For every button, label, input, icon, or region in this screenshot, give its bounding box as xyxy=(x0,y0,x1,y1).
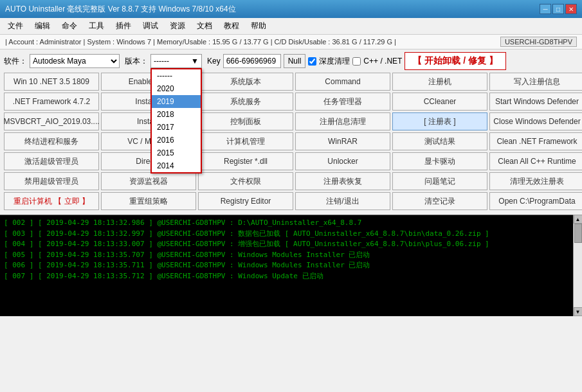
button-row4-3[interactable]: WinRAR xyxy=(295,132,390,150)
button-row2-3[interactable]: 任务管理器 xyxy=(295,93,390,111)
menu-item-调试[interactable]: 调试 xyxy=(138,19,163,33)
button-row4-0[interactable]: 终结进程和服务 xyxy=(4,132,99,150)
button-row6-0[interactable]: 禁用超级管理员 xyxy=(4,172,99,190)
button-row2-5[interactable]: Start Windows Defender xyxy=(489,93,582,111)
menu-item-工具[interactable]: 工具 xyxy=(84,19,109,33)
button-row7-2[interactable]: Registry Editor xyxy=(198,192,293,210)
menu-item-编辑[interactable]: 编辑 xyxy=(30,19,55,33)
dropdown-arrow-icon: ▼ xyxy=(191,57,199,66)
button-row7-5[interactable]: Open C:\ProgramData xyxy=(489,192,582,210)
button-row1-2[interactable]: 系统版本 xyxy=(198,73,293,91)
button-row3-4[interactable]: [ 注册表 ] xyxy=(392,112,487,130)
version-selected: ------ xyxy=(154,57,169,66)
version-option-2015[interactable]: 2015 xyxy=(152,147,201,159)
version-option-2014[interactable]: 2014 xyxy=(152,159,201,172)
window-controls: ─ □ ✕ xyxy=(540,4,577,14)
button-grid: Win 10 .NET 3.5 1809Enable .N...系统版本Comm… xyxy=(4,73,578,210)
log-line: [ 002 ] [ 2019-04-29 18:13:32.986 ] @USE… xyxy=(4,218,569,229)
version-dropdown-container: ------ ▼ ------ 2020 2019 2018 2017 2016… xyxy=(150,54,202,68)
title-bar: AUTO Uninstaller 毫线完整版 Ver 8.8.7 支持 Wind… xyxy=(0,0,582,18)
button-row3-0[interactable]: MSVBCRT_AIO_2019.03.... xyxy=(4,112,99,130)
version-option-blank[interactable]: ------ xyxy=(152,69,201,82)
button-row2-4[interactable]: CCleaner xyxy=(392,93,487,111)
close-button[interactable]: ✕ xyxy=(565,4,577,14)
button-row5: 激活超级管理员DirectXRegister *.dllUnlocker显卡驱动… xyxy=(4,152,578,170)
scroll-track xyxy=(574,224,582,307)
button-row6-1[interactable]: 资源监视器 xyxy=(101,172,196,190)
button-row5-4[interactable]: 显卡驱动 xyxy=(392,152,487,170)
start-uninstall-button[interactable]: 【 开始卸载 / 修复 】 xyxy=(405,52,505,70)
version-option-2016[interactable]: 2016 xyxy=(152,134,201,147)
button-row4-5[interactable]: Clean .NET Framework xyxy=(489,132,582,150)
button-row5-0[interactable]: 激活超级管理员 xyxy=(4,152,99,170)
log-section: [ 002 ] [ 2019-04-29 18:13:32.986 ] @USE… xyxy=(0,215,582,316)
menu-item-插件[interactable]: 插件 xyxy=(111,19,136,33)
button-row1: Win 10 .NET 3.5 1809Enable .N...系统版本Comm… xyxy=(4,73,578,91)
button-row7-3[interactable]: 注销/退出 xyxy=(295,192,390,210)
key-label: Key xyxy=(207,57,221,66)
button-row4-4[interactable]: 测试结果 xyxy=(392,132,487,150)
version-option-2017[interactable]: 2017 xyxy=(152,121,201,134)
maximize-button[interactable]: □ xyxy=(552,4,564,14)
button-row4: 终结进程和服务VC / MS A...计算机管理WinRAR测试结果Clean … xyxy=(4,132,578,150)
menu-item-资源[interactable]: 资源 xyxy=(165,19,190,33)
menu-bar: 文件编辑命令工具插件调试资源文档教程帮助 xyxy=(0,18,582,35)
log-scrollbar[interactable]: ▲ ▼ xyxy=(573,215,582,316)
button-row6-4[interactable]: 问题笔记 xyxy=(392,172,487,190)
button-row5-3[interactable]: Unlocker xyxy=(295,152,390,170)
version-option-2018[interactable]: 2018 xyxy=(152,108,201,121)
button-row3: MSVBCRT_AIO_2019.03....Insta...控制面板注册信息清… xyxy=(4,112,578,130)
version-dropdown-btn[interactable]: ------ ▼ xyxy=(150,54,202,68)
button-row2-0[interactable]: .NET Framework 4.7.2 xyxy=(4,93,99,111)
button-row7-1[interactable]: 重置组策略 xyxy=(101,192,196,210)
title-text: AUTO Uninstaller 毫线完整版 Ver 8.8.7 支持 Wind… xyxy=(5,4,236,15)
scroll-down-btn[interactable]: ▼ xyxy=(574,307,583,316)
button-row6: 禁用超级管理员资源监视器文件权限注册表恢复问题笔记清理无效注册表 xyxy=(4,172,578,190)
button-row1-3[interactable]: Command xyxy=(295,73,390,91)
button-row5-2[interactable]: Register *.dll xyxy=(198,152,293,170)
null-button[interactable]: Null xyxy=(284,54,306,68)
button-row3-5[interactable]: Close Windows Defender xyxy=(489,112,582,130)
button-row3-2[interactable]: 控制面板 xyxy=(198,112,293,130)
menu-item-命令[interactable]: 命令 xyxy=(57,19,82,33)
menu-item-帮助[interactable]: 帮助 xyxy=(246,19,271,33)
button-row2-2[interactable]: 系统服务 xyxy=(198,93,293,111)
cpp-net-checkbox[interactable] xyxy=(352,57,361,66)
button-row4-2[interactable]: 计算机管理 xyxy=(198,132,293,150)
key-input[interactable] xyxy=(223,54,281,68)
menu-item-文件[interactable]: 文件 xyxy=(3,19,28,33)
version-option-2020[interactable]: 2020 xyxy=(152,82,201,95)
version-dropdown-popup: ------ 2020 2019 2018 2017 2016 2015 201… xyxy=(150,68,202,174)
software-row: 软件： Autodesk Maya 版本： ------ ▼ ------ 20… xyxy=(4,52,578,70)
deep-clean-area: 深度清理 C++ / .NET xyxy=(308,56,402,67)
button-row1-5[interactable]: 写入注册信息 xyxy=(489,73,582,91)
button-row6-5[interactable]: 清理无效注册表 xyxy=(489,172,582,190)
scroll-thumb[interactable] xyxy=(574,224,582,243)
button-row1-0[interactable]: Win 10 .NET 3.5 1809 xyxy=(4,73,99,91)
computer-name: USERCHI-GD8THPV xyxy=(500,37,577,47)
button-row7-4[interactable]: 清空记录 xyxy=(392,192,487,210)
menu-item-文档[interactable]: 文档 xyxy=(192,19,217,33)
version-option-2019[interactable]: 2019 xyxy=(152,95,201,108)
button-row3-3[interactable]: 注册信息清理 xyxy=(295,112,390,130)
button-row5-5[interactable]: Clean All C++ Runtime xyxy=(489,152,582,170)
minimize-button[interactable]: ─ xyxy=(540,4,551,14)
deep-clean-label: 深度清理 xyxy=(319,56,350,67)
button-row7-0[interactable]: 重启计算机 【 立即 】 xyxy=(4,192,99,210)
button-row6-3[interactable]: 注册表恢复 xyxy=(295,172,390,190)
software-select[interactable]: Autodesk Maya xyxy=(30,54,120,68)
software-label: 软件： xyxy=(4,56,27,67)
log-line: [ 005 ] [ 2019-04-29 18:13:35.707 ] @USE… xyxy=(4,250,569,261)
button-row2: .NET Framework 4.7.2Install...系统服务任务管理器C… xyxy=(4,93,578,111)
main-content: 软件： Autodesk Maya 版本： ------ ▼ ------ 20… xyxy=(0,49,582,215)
scroll-up-btn[interactable]: ▲ xyxy=(574,215,583,224)
log-line: [ 004 ] [ 2019-04-29 18:13:33.007 ] @USE… xyxy=(4,239,569,250)
log-area: [ 002 ] [ 2019-04-29 18:13:32.986 ] @USE… xyxy=(0,215,573,316)
menu-item-教程[interactable]: 教程 xyxy=(219,19,244,33)
log-line: [ 006 ] [ 2019-04-29 18:13:35.711 ] @USE… xyxy=(4,260,569,271)
system-info: | Account : Administrator | System : Win… xyxy=(5,38,396,46)
button-row1-4[interactable]: 注册机 xyxy=(392,73,487,91)
button-row6-2[interactable]: 文件权限 xyxy=(198,172,293,190)
button-row7: 重启计算机 【 立即 】重置组策略Registry Editor注销/退出清空记… xyxy=(4,192,578,210)
deep-clean-checkbox[interactable] xyxy=(308,57,316,66)
